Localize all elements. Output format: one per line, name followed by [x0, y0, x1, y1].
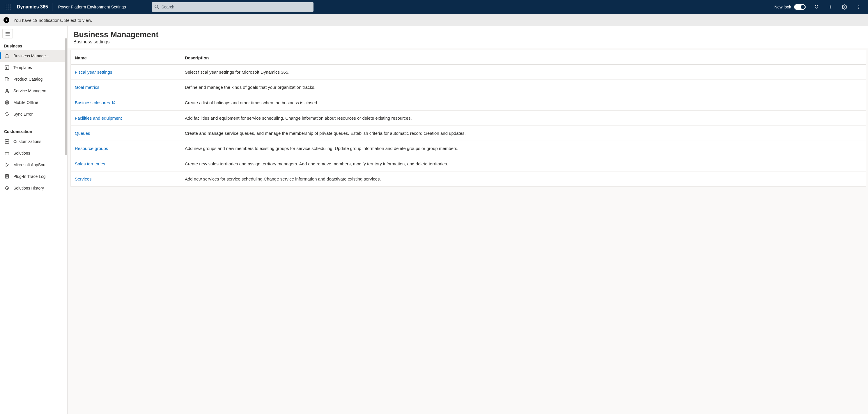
svg-point-13: [844, 6, 845, 8]
svg-point-3: [5, 6, 6, 7]
svg-point-29: [6, 141, 7, 142]
setting-description: Create new sales territories and assign …: [181, 156, 866, 171]
svg-point-23: [6, 89, 7, 91]
column-header-description: Description: [181, 50, 866, 65]
sidebar-item-plug-in-trace-log[interactable]: Plug-In Trace Log: [0, 171, 67, 182]
setting-link[interactable]: Resource groups: [75, 146, 108, 151]
nav-section-title: Business: [0, 41, 67, 50]
table-row: Resource groupsAdd new groups and new me…: [71, 141, 866, 156]
lightbulb-icon[interactable]: [810, 0, 823, 14]
setting-link[interactable]: Business closures: [75, 100, 110, 105]
page-subtitle: Business settings: [73, 39, 862, 45]
svg-point-8: [10, 8, 10, 9]
nav-section-title: Customization: [0, 126, 67, 136]
appsource-icon: [4, 162, 10, 168]
info-icon: i: [3, 17, 9, 23]
gear-icon[interactable]: [838, 0, 850, 14]
table-row: QueuesCreate and manage service queues, …: [71, 126, 866, 141]
service-management-icon: [4, 88, 10, 94]
globe-icon: [4, 99, 10, 106]
sync-error-icon: [4, 111, 10, 117]
setting-description: Define and manage the kinds of goals tha…: [181, 80, 866, 95]
hamburger-button[interactable]: [2, 29, 13, 38]
svg-rect-19: [5, 66, 9, 69]
environment-label: Power Platform Environment Settings: [52, 5, 132, 9]
sidebar-item-microsoft-appsou[interactable]: Microsoft AppSou...: [0, 159, 67, 171]
sidebar-item-product-catalog[interactable]: Product Catalog: [0, 73, 67, 85]
svg-point-9: [155, 5, 158, 8]
sidebar-item-label: Mobile Offline: [13, 100, 38, 105]
sidebar-item-solutions-history[interactable]: Solutions History: [0, 182, 67, 194]
svg-point-0: [5, 4, 6, 5]
sidebar-item-label: Customizations: [13, 139, 41, 144]
sidebar-item-service-managem[interactable]: Service Managem...: [0, 85, 67, 97]
setting-link[interactable]: Queues: [75, 131, 90, 136]
table-row: Sales territoriesCreate new sales territ…: [71, 156, 866, 171]
new-look-toggle[interactable]: New look: [774, 4, 806, 10]
page-header: Business Management Business settings: [67, 26, 868, 48]
svg-point-1: [7, 4, 8, 5]
templates-icon: [4, 65, 10, 70]
setting-link[interactable]: Services: [75, 176, 92, 181]
plus-icon[interactable]: [824, 0, 837, 14]
sidebar-item-business-manage[interactable]: Business Manage...: [0, 50, 67, 62]
setting-description: Add new services for service scheduling.…: [181, 171, 866, 186]
svg-marker-35: [6, 163, 8, 167]
setting-link[interactable]: Facilities and equipment: [75, 116, 122, 121]
sidebar-item-label: Service Managem...: [13, 89, 50, 93]
customizations-icon: [4, 139, 10, 144]
sidebar-item-templates[interactable]: Templates: [0, 62, 67, 73]
setting-description: Add facilities and equipment for service…: [181, 110, 866, 125]
table-row: Fiscal year settingsSelect fiscal year s…: [71, 65, 866, 80]
sidebar-scrollbar[interactable]: [65, 38, 67, 155]
notification-bar[interactable]: i You have 19 notifications. Select to v…: [0, 14, 868, 26]
setting-description: Create a list of holidays and other time…: [181, 95, 866, 110]
new-look-label: New look: [774, 5, 791, 9]
table-row: Facilities and equipmentAdd facilities a…: [71, 110, 866, 125]
search-input[interactable]: [161, 5, 311, 9]
table-row: Business closuresCreate a list of holida…: [71, 95, 866, 110]
column-header-name: Name: [71, 50, 181, 65]
setting-description: Select fiscal year settings for Microsof…: [181, 65, 866, 80]
sidebar-item-customizations[interactable]: Customizations: [0, 136, 67, 147]
sidebar-item-label: Solutions: [13, 151, 30, 155]
setting-description: Add new groups and new members to existi…: [181, 141, 866, 156]
svg-rect-22: [5, 78, 8, 81]
solutions-icon: [4, 150, 10, 156]
setting-link[interactable]: Goal metrics: [75, 85, 99, 90]
external-link-icon: [112, 99, 116, 106]
help-icon[interactable]: [852, 0, 865, 14]
search-box[interactable]: [152, 2, 313, 12]
product-catalog-icon: [4, 76, 10, 82]
sidebar-item-label: Solutions History: [13, 186, 44, 190]
sidebar-item-sync-error[interactable]: Sync Error: [0, 108, 67, 120]
settings-table: Name Description Fiscal year settingsSel…: [71, 50, 866, 187]
svg-rect-18: [5, 55, 9, 58]
svg-point-2: [10, 4, 10, 5]
svg-point-6: [5, 8, 6, 9]
sidebar-item-label: Sync Error: [13, 112, 33, 116]
svg-line-10: [157, 7, 159, 9]
setting-description: Create and manage service queues, and ma…: [181, 126, 866, 141]
toggle-switch[interactable]: [794, 4, 806, 10]
sidebar-item-label: Microsoft AppSou...: [13, 162, 49, 167]
setting-link[interactable]: Sales territories: [75, 161, 105, 166]
svg-point-4: [7, 6, 8, 7]
page-title: Business Management: [73, 30, 862, 39]
sidebar-item-mobile-offline[interactable]: Mobile Offline: [0, 97, 67, 108]
sidebar-item-label: Templates: [13, 65, 32, 70]
brand-name[interactable]: Dynamics 365: [15, 3, 52, 11]
svg-line-40: [114, 101, 115, 102]
table-row: ServicesAdd new services for service sch…: [71, 171, 866, 186]
search-icon: [154, 4, 161, 10]
svg-point-7: [7, 8, 8, 9]
table-row: Goal metricsDefine and manage the kinds …: [71, 80, 866, 95]
setting-link[interactable]: Fiscal year settings: [75, 69, 112, 75]
sidebar-item-solutions[interactable]: Solutions: [0, 147, 67, 159]
app-launcher-icon[interactable]: [1, 0, 15, 14]
sidebar-item-label: Business Manage...: [13, 54, 49, 58]
sidebar-item-label: Plug-In Trace Log: [13, 174, 46, 179]
history-icon: [4, 185, 10, 191]
sidebar: BusinessBusiness Manage...TemplatesProdu…: [0, 26, 67, 414]
main-content: Business Management Business settings Na…: [67, 26, 868, 414]
